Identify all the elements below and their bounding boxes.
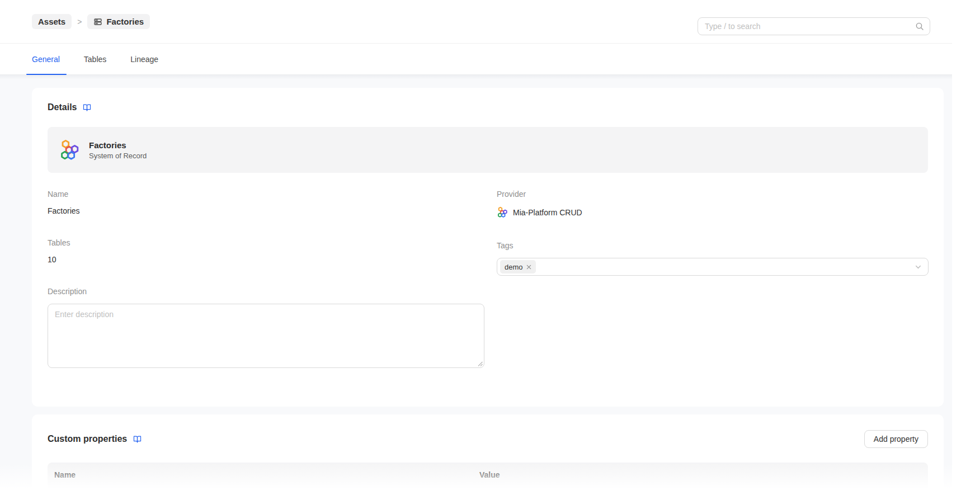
tab-lineage-label: Lineage — [130, 55, 158, 64]
top-bar: Assets > Factories — [0, 0, 952, 44]
tab-general[interactable]: General — [32, 44, 60, 74]
tab-tables[interactable]: Tables — [84, 44, 106, 74]
tab-lineage[interactable]: Lineage — [130, 44, 158, 74]
name-value: Factories — [48, 206, 484, 215]
asset-name: Factories — [89, 140, 147, 150]
tables-value: 10 — [48, 255, 484, 264]
breadcrumb-factories[interactable]: Factories — [87, 14, 150, 29]
tab-general-label: General — [32, 55, 60, 64]
fields-right-column: Provider — [497, 190, 929, 391]
content-area: Details — [0, 75, 952, 500]
breadcrumb-separator: > — [77, 17, 82, 26]
breadcrumb-assets-label: Assets — [38, 17, 65, 26]
field-tables: Tables 10 — [48, 238, 484, 264]
breadcrumb: Assets > Factories — [32, 14, 150, 29]
chevron-down-icon — [915, 263, 922, 271]
add-property-button[interactable]: Add property — [864, 430, 928, 448]
asset-banner: Factories System of Record — [48, 127, 928, 173]
global-search[interactable] — [698, 17, 930, 35]
provider-label: Provider — [497, 190, 929, 199]
tab-tables-label: Tables — [84, 55, 106, 64]
tags-label: Tags — [497, 241, 929, 250]
search-icon — [915, 22, 924, 31]
tables-label: Tables — [48, 238, 484, 247]
bottom-fade — [0, 463, 980, 500]
field-tags: Tags demo — [497, 241, 929, 276]
fields-left-column: Name Factories Tables 10 Description — [48, 190, 484, 391]
tags-select[interactable]: demo — [497, 258, 929, 276]
breadcrumb-assets[interactable]: Assets — [32, 14, 72, 29]
description-label: Description — [48, 287, 484, 296]
name-label: Name — [48, 190, 484, 199]
search-input[interactable] — [705, 22, 915, 31]
mia-platform-logo-icon — [59, 139, 80, 161]
details-title: Details — [48, 102, 77, 112]
tab-bar: General Tables Lineage — [0, 44, 952, 75]
right-gutter — [952, 0, 980, 500]
book-icon[interactable] — [133, 435, 142, 444]
field-provider: Provider — [497, 190, 929, 218]
custom-properties-title: Custom properties — [48, 434, 127, 444]
asset-detail-page: Assets > Factories — [0, 0, 980, 500]
details-card: Details — [32, 88, 944, 407]
server-icon — [93, 17, 102, 26]
tag-chip-demo: demo — [500, 260, 536, 273]
tag-remove-icon[interactable] — [526, 265, 531, 270]
field-description: Description — [48, 287, 484, 368]
asset-type: System of Record — [89, 152, 147, 160]
description-textarea[interactable] — [48, 304, 484, 368]
tag-chip-label: demo — [505, 263, 523, 271]
mia-platform-logo-small-icon — [497, 206, 508, 218]
provider-value: Mia-Platform CRUD — [513, 208, 582, 217]
book-icon[interactable] — [82, 103, 92, 112]
field-name: Name Factories — [48, 190, 484, 215]
breadcrumb-factories-label: Factories — [106, 17, 144, 26]
